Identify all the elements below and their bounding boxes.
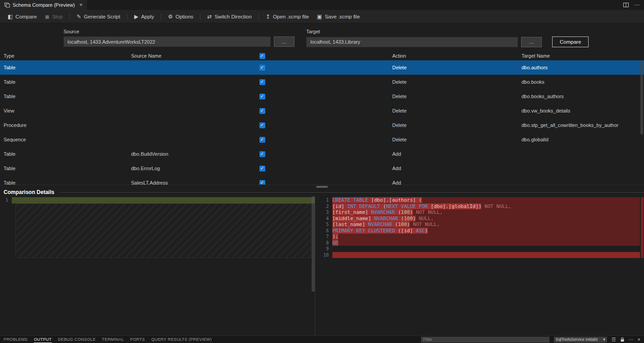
toolbar-button-save-scmp[interactable]: ▣ Save .scmp file (313, 12, 364, 21)
code-text (332, 246, 644, 252)
toolbar-button-compare[interactable]: ◧ Compare (4, 12, 41, 21)
check-icon: ✓ (260, 80, 264, 84)
script-icon: ✎ (77, 14, 81, 19)
table-row[interactable]: Table ✓ Delete dbo.books_authors (0, 89, 644, 104)
results-rows: Table ✓ Delete dbo.authors Table ✓ Delet… (0, 60, 644, 185)
table-row[interactable]: Table ✓ Delete dbo.authors (0, 60, 644, 75)
tab-close-icon[interactable]: × (79, 2, 82, 8)
check-icon: ✓ (260, 94, 264, 99)
diff-source-pane[interactable]: 1 (0, 196, 315, 335)
open-file-icon: ↥ (266, 14, 270, 19)
table-row[interactable]: Procedure ✓ Delete dbo.stp_get_all_cowri… (0, 118, 644, 132)
target-input[interactable] (306, 37, 518, 47)
panel-tab-ports[interactable]: PORTS (130, 336, 145, 343)
table-row[interactable]: Table dbo.BuildVersion ✓ Add (0, 147, 644, 161)
table-scrollbar[interactable] (640, 60, 643, 135)
diff-source-scrollbar[interactable] (312, 196, 315, 292)
panel-tab-output[interactable]: OUTPUT (34, 336, 51, 343)
overview-ruler[interactable] (640, 196, 644, 335)
table-row[interactable]: View ✓ Delete dbo.vw_books_details (0, 104, 644, 118)
sash-drag-handle[interactable] (316, 186, 328, 188)
toolbar-button-generate-script[interactable]: ✎ Generate Script (73, 12, 124, 21)
toolbar-label: Switch Direction (214, 14, 251, 19)
compare-button[interactable]: Compare (552, 36, 589, 47)
toolbar-button-options[interactable]: ⚙ Options (164, 12, 197, 21)
source-browse-button[interactable]: … (274, 36, 295, 47)
row-action: Delete (389, 108, 518, 113)
save-icon: ▣ (317, 14, 322, 19)
code-text: [id] INT DEFAULT (NEXT VALUE FOR [dbo].[… (332, 203, 644, 210)
column-header-action[interactable]: Action (389, 53, 518, 59)
row-checkbox[interactable]: ✓ (259, 151, 265, 157)
panel-tab-problems[interactable]: PROBLEMS (4, 336, 27, 343)
diff-target-lines: 1 CREATE TABLE [dbo].[authors] ( 2 [id] … (321, 197, 644, 258)
row-target-name: dbo.books (518, 79, 644, 85)
compare-icon: ◧ (8, 14, 13, 19)
check-icon: ✓ (260, 166, 264, 171)
connection-area: Source … Target … Compare (0, 23, 644, 51)
output-menu-icon[interactable]: ☰ (612, 337, 616, 342)
code-text: [middle_name] NVARCHAR (100) NULL, (332, 216, 644, 222)
check-icon: ✓ (260, 181, 264, 185)
tab-schema-compare[interactable]: Schema Compare (Preview) × (0, 0, 87, 10)
row-checkbox[interactable]: ✓ (259, 108, 265, 114)
row-type: Sequence (0, 137, 127, 142)
table-row[interactable]: Table dbo.ErrorLog ✓ Add (0, 161, 644, 176)
lock-scroll-icon[interactable] (620, 337, 625, 342)
toolbar-button-stop[interactable]: ◼ Stop (41, 12, 67, 21)
toolbar-label: Compare (15, 14, 36, 19)
row-action: Add (389, 151, 518, 157)
table-row[interactable]: Table SalesLT.Address ✓ Add (0, 176, 644, 185)
row-action: Add (389, 166, 518, 171)
diff-target-pane[interactable]: 1 CREATE TABLE [dbo].[authors] ( 2 [id] … (315, 196, 644, 335)
toolbar-separator (69, 14, 70, 20)
table-row[interactable]: Table ✓ Delete dbo.books (0, 75, 644, 89)
row-checkbox[interactable]: ✓ (259, 79, 265, 85)
target-browse-button[interactable]: … (521, 37, 542, 47)
output-channel-select[interactable]: SqlToolsService Initializ ▾ (554, 337, 607, 343)
column-header-source-name[interactable]: Source Name (127, 53, 256, 59)
diff-target-line: 9 (321, 246, 644, 252)
panel-resize-sash[interactable] (0, 185, 644, 188)
row-checkbox[interactable]: ✓ (259, 94, 265, 99)
toolbar-button-open-scmp[interactable]: ↥ Open .scmp file (262, 12, 313, 21)
output-filter-input[interactable] (421, 337, 549, 343)
source-input[interactable] (63, 36, 271, 47)
toolbar-button-switch-direction[interactable]: ⇄ Switch Direction (203, 12, 256, 21)
toolbar-button-apply[interactable]: ▶ Apply (130, 12, 158, 21)
chevron-down-icon: ▾ (603, 337, 605, 342)
check-icon: ✓ (260, 152, 264, 156)
row-action: Delete (389, 65, 518, 70)
overview-ruler-removed-marker (641, 197, 644, 258)
line-number: 9 (321, 246, 332, 252)
row-target-name: dbo.books_authors (518, 94, 644, 99)
split-editor-icon[interactable] (623, 2, 629, 8)
more-actions-icon[interactable]: ⋯ (634, 2, 639, 8)
diff-target-line: 2 [id] INT DEFAULT (NEXT VALUE FOR [dbo]… (321, 203, 644, 210)
close-panel-icon[interactable]: × (638, 337, 640, 342)
row-checkbox[interactable]: ✓ (259, 137, 265, 143)
column-header-type[interactable]: Type (0, 53, 127, 59)
select-all-checkbox[interactable]: ✓ (259, 53, 265, 59)
column-header-target-name[interactable]: Target Name (518, 53, 644, 59)
check-icon: ✓ (260, 54, 264, 58)
panel-tab-terminal[interactable]: TERMINAL (102, 336, 124, 343)
more-actions-icon[interactable]: ⋯ (629, 337, 634, 342)
code-text: [last_name] NVARCHAR (100) NOT NULL, (332, 221, 644, 228)
bottom-panel-bar: PROBLEMS OUTPUT DEBUG CONSOLE TERMINAL P… (0, 335, 644, 343)
editor-tab-bar: Schema Compare (Preview) × ⋯ (0, 0, 644, 10)
row-checkbox[interactable]: ✓ (259, 122, 265, 128)
code-text (332, 252, 644, 258)
diff-target-line: 6 PRIMARY KEY CLUSTERED ([id] ASC) (321, 228, 644, 234)
toolbar-separator (127, 14, 127, 20)
line-number: 8 (321, 240, 332, 246)
comparison-details-header: Comparison Details (0, 188, 644, 196)
panel-tab-query-results-preview-[interactable]: QUERY RESULTS (PREVIEW) (151, 336, 212, 343)
table-row[interactable]: Sequence ✓ Delete dbo.globalId (0, 132, 644, 147)
row-checkbox[interactable]: ✓ (259, 166, 265, 172)
row-action: Delete (389, 137, 518, 142)
panel-tab-debug-console[interactable]: DEBUG CONSOLE (58, 336, 96, 343)
row-checkbox[interactable]: ✓ (259, 180, 265, 185)
play-icon: ▶ (134, 14, 138, 19)
row-checkbox[interactable]: ✓ (259, 65, 265, 71)
